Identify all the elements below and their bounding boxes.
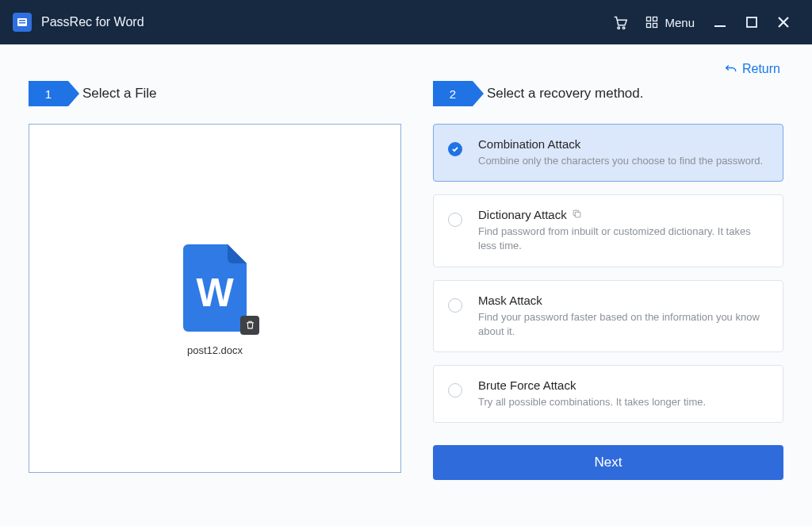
svg-rect-6 — [653, 17, 657, 21]
method-desc-brute: Try all possible combinations. It takes … — [478, 395, 767, 409]
return-link[interactable]: Return — [723, 62, 780, 76]
cart-icon[interactable] — [604, 6, 636, 38]
method-title-mask: Mask Attack — [478, 294, 767, 307]
recovery-method-mask[interactable]: Mask AttackFind your password faster bas… — [433, 280, 783, 352]
recovery-method-brute[interactable]: Brute Force AttackTry all possible combi… — [433, 365, 783, 423]
recovery-method-dictionary[interactable]: Dictionary AttackFind password from inbu… — [433, 194, 783, 267]
radio-dictionary[interactable] — [448, 213, 462, 227]
method-title-dictionary: Dictionary Attack — [478, 208, 767, 221]
svg-rect-14 — [575, 213, 580, 218]
step2-title: Select a recovery method. — [487, 86, 643, 102]
svg-rect-5 — [647, 17, 651, 21]
svg-rect-10 — [747, 17, 756, 27]
title-bar: PassRec for Word Menu — [0, 0, 812, 44]
method-title-brute: Brute Force Attack — [478, 378, 767, 392]
svg-point-3 — [618, 27, 620, 29]
copy-icon — [572, 208, 582, 221]
svg-rect-2 — [19, 22, 25, 24]
step2-badge: 2 — [433, 81, 473, 106]
app-title: PassRec for Word — [41, 15, 144, 29]
radio-combination[interactable] — [448, 142, 462, 156]
selected-file: W post12.docx — [177, 241, 253, 356]
return-label: Return — [742, 62, 780, 76]
trash-icon — [245, 320, 255, 330]
radio-brute[interactable] — [448, 383, 462, 397]
svg-rect-8 — [653, 24, 657, 28]
svg-point-4 — [623, 27, 626, 29]
close-button[interactable] — [768, 6, 799, 38]
file-name: post12.docx — [187, 344, 243, 356]
file-dropzone[interactable]: W post12.docx — [29, 124, 401, 473]
step2-header: 2 Select a recovery method. — [433, 81, 783, 106]
radio-mask[interactable] — [448, 298, 462, 313]
app-logo-icon — [13, 13, 32, 32]
method-desc-combination: Combine only the characters you choose t… — [478, 154, 767, 168]
menu-label: Menu — [665, 16, 695, 29]
method-title-combination: Combination Attack — [478, 137, 767, 151]
svg-rect-1 — [19, 20, 25, 21]
step1-header: 1 Select a File — [29, 81, 401, 106]
method-desc-mask: Find your password faster based on the i… — [478, 310, 767, 339]
next-label: Next — [595, 455, 622, 470]
recovery-method-combination[interactable]: Combination AttackCombine only the chara… — [433, 124, 783, 182]
svg-rect-9 — [714, 25, 726, 27]
next-button[interactable]: Next — [433, 445, 783, 480]
maximize-button[interactable] — [736, 6, 768, 38]
step1-title: Select a File — [82, 86, 157, 102]
method-desc-dictionary: Find password from inbuilt or customized… — [478, 225, 767, 253]
menu-button[interactable]: Menu — [636, 16, 704, 29]
minimize-button[interactable] — [704, 6, 736, 38]
return-icon — [723, 62, 737, 76]
step1-badge: 1 — [29, 81, 68, 106]
delete-file-button[interactable] — [240, 316, 259, 335]
svg-rect-7 — [647, 24, 651, 28]
svg-text:W: W — [196, 271, 234, 315]
